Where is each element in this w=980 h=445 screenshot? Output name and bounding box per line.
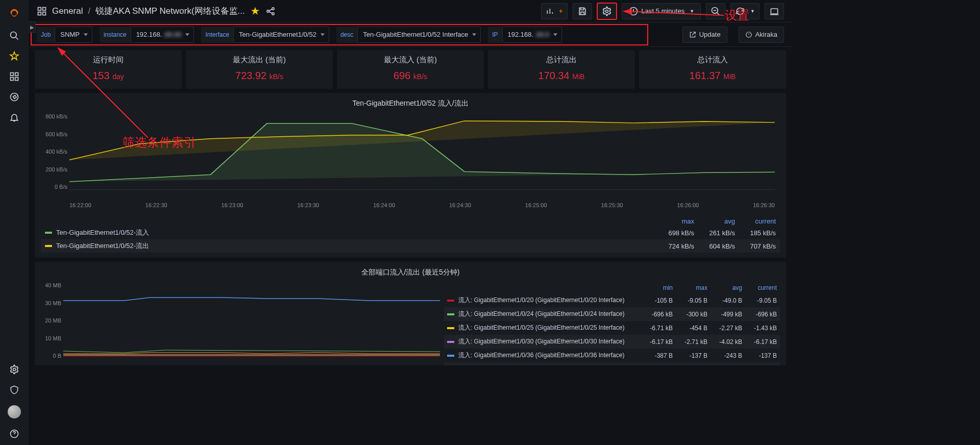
all-ports-legend: minmaxavgcurrent 流入: GigabitEthernet1/0/… (444, 282, 780, 365)
var-interface-label: Interface (201, 31, 233, 38)
alerting-icon[interactable] (9, 112, 19, 122)
add-panel-button[interactable]: + (541, 3, 568, 19)
var-ip-select[interactable]: 192.168..00.0 (502, 27, 562, 43)
legend-row[interactable]: Ten-GigabitEthernet1/0/52-流出724 kB/s604 … (41, 239, 780, 253)
legend-swatch (447, 341, 454, 343)
legend-label: Ten-GigabitEthernet1/0/52-流入 (56, 228, 666, 237)
stat-title: 总计流出 (488, 55, 635, 65)
legend-header[interactable]: avg (706, 217, 735, 225)
legend-swatch (447, 327, 454, 329)
explore-icon[interactable] (9, 92, 19, 102)
stat-panel[interactable]: 总计流出170.34 MiB (488, 50, 635, 89)
sidebar (0, 0, 29, 365)
stat-panel[interactable]: 总计流入161.37 MiB (639, 50, 786, 89)
stat-panel[interactable]: 最大流入 (当前)696 kB/s (337, 50, 484, 89)
all-ports-chart[interactable]: 40 MB30 MB20 MB10 MB0 B (41, 282, 440, 365)
table-row[interactable]: 流入: GigabitEthernet1/0/36 (GigabitEthern… (444, 349, 780, 362)
svg-rect-3 (11, 78, 14, 81)
top-bar: General / 锐捷AKA SNMP Network(网络设备监... + … (29, 0, 792, 22)
row-label: 流入: GigabitEthernet1/0/20 (GigabitEthern… (458, 296, 644, 305)
legend-swatch (45, 245, 52, 247)
row-label: 流入: GigabitEthernet1/0/30 (GigabitEthern… (458, 337, 644, 346)
legend-swatch (447, 355, 454, 357)
breadcrumb: General / 锐捷AKA SNMP Network(网络设备监... (52, 5, 245, 17)
stat-title: 最大流出 (当前) (186, 55, 333, 65)
legend-header[interactable]: min (644, 284, 673, 291)
zoom-out-button[interactable] (706, 3, 725, 19)
svg-rect-11 (43, 12, 46, 15)
panel2-title: 全部端口流入/流出 (最近5分钟) (41, 266, 780, 282)
stat-value: 696 kB/s (337, 70, 484, 82)
plot (69, 113, 775, 190)
star-icon[interactable] (9, 51, 19, 61)
legend-header[interactable]: current (748, 284, 777, 291)
dashboard-grid-icon[interactable] (37, 6, 47, 16)
settings-button[interactable] (597, 3, 617, 19)
main: General / 锐捷AKA SNMP Network(网络设备监... + … (29, 0, 792, 365)
search-icon[interactable] (9, 31, 19, 41)
legend-label: Ten-GigabitEthernet1/0/52-流出 (56, 241, 666, 251)
stat-title: 运行时间 (35, 55, 182, 65)
legend-row[interactable]: Ten-GigabitEthernet1/0/52-流入698 kB/s261 … (41, 226, 780, 239)
favorite-star-icon[interactable] (250, 6, 260, 16)
x-axis-labels: 16:22:0016:22:3016:23:0016:23:3016:24:00… (69, 202, 775, 208)
svg-rect-1 (11, 73, 14, 76)
cycle-view-button[interactable] (765, 3, 784, 19)
save-button[interactable] (573, 3, 592, 19)
stat-value: 153 day (35, 70, 182, 82)
var-ip-label: IP (488, 31, 502, 38)
table-row[interactable]: 流入: GigabitEthernet1/0/40 (GigabitEthern… (444, 362, 780, 365)
legend-header[interactable]: max (666, 217, 694, 225)
traffic-panel: Ten-GigabitEthernet1/0/52 流入/流出 800 kB/s… (35, 93, 786, 258)
table-row[interactable]: 流入: GigabitEthernet1/0/25 (GigabitEthern… (444, 321, 780, 335)
y-axis-labels-2: 40 MB30 MB20 MB10 MB0 B (41, 282, 61, 359)
legend-header[interactable]: avg (714, 284, 742, 291)
stat-value: 723.92 kB/s (186, 70, 333, 82)
legend-table: maxavgcurrent Ten-GigabitEthernet1/0/52-… (41, 216, 780, 253)
y-axis-labels: 800 kB/s600 kB/s400 kB/s200 kB/s0 B/s (41, 113, 67, 190)
timerange-picker[interactable]: Last 5 minutes▼ (622, 3, 701, 19)
svg-rect-4 (15, 78, 18, 81)
chart-area[interactable]: 800 kB/s600 kB/s400 kB/s200 kB/s0 B/s (69, 113, 775, 200)
expand-sidebar-button[interactable]: ▶ (29, 21, 36, 33)
variables-bar: JobSNMP instance192.168..00.00 Interface… (29, 22, 792, 47)
breadcrumb-folder[interactable]: General (52, 6, 83, 16)
stat-value: 161.37 MiB (639, 70, 786, 82)
row-label: 流入: GigabitEthernet1/0/24 (GigabitEthern… (458, 310, 644, 318)
var-desc-label: desc (336, 31, 357, 38)
var-instance-label: instance (100, 31, 131, 38)
table-row[interactable]: 流入: GigabitEthernet1/0/30 (GigabitEthern… (444, 335, 780, 349)
update-button[interactable]: Update (682, 27, 727, 43)
stat-value: 170.34 MiB (488, 70, 635, 82)
stat-panel[interactable]: 最大流出 (当前)723.92 kB/s (186, 50, 333, 89)
legend-swatch (447, 313, 454, 315)
akiraka-button[interactable]: Akiraka (739, 27, 784, 43)
legend-header[interactable]: max (679, 284, 707, 291)
breadcrumb-title[interactable]: 锐捷AKA SNMP Network(网络设备监... (95, 5, 245, 17)
row-label: 流入: GigabitEthernet1/0/25 (GigabitEthern… (458, 324, 644, 332)
table-row[interactable]: 流入: GigabitEthernet1/0/24 (GigabitEthern… (444, 307, 780, 321)
svg-rect-9 (43, 7, 46, 10)
configuration-icon[interactable] (9, 364, 19, 365)
svg-point-15 (605, 10, 608, 12)
svg-rect-10 (38, 12, 41, 15)
svg-rect-8 (38, 7, 41, 10)
legend-header[interactable]: current (747, 217, 776, 225)
grafana-logo-icon[interactable] (7, 6, 21, 20)
svg-point-0 (11, 32, 17, 38)
var-interface-select[interactable]: Ten-GigabitEthernet1/0/52 (233, 27, 329, 43)
stat-title: 最大流入 (当前) (337, 55, 484, 65)
table-row[interactable]: 流入: GigabitEthernet1/0/20 (GigabitEthern… (444, 293, 780, 307)
var-desc-select[interactable]: Ten-GigabitEthernet1/0/52 Interface (357, 27, 481, 43)
var-job-label: Job (37, 31, 55, 38)
refresh-button[interactable]: ▼ (730, 3, 760, 19)
content: 运行时间153 day最大流出 (当前)723.92 kB/s最大流入 (当前)… (29, 47, 792, 365)
var-instance-select[interactable]: 192.168..00.00 (131, 27, 194, 43)
stat-panel[interactable]: 运行时间153 day (35, 50, 182, 89)
share-icon[interactable] (265, 6, 276, 16)
svg-rect-18 (771, 9, 777, 14)
dashboards-icon[interactable] (9, 71, 19, 82)
stat-title: 总计流入 (639, 55, 786, 65)
panel-title: Ten-GigabitEthernet1/0/52 流入/流出 (41, 97, 780, 113)
var-job-select[interactable]: SNMP (55, 27, 92, 43)
